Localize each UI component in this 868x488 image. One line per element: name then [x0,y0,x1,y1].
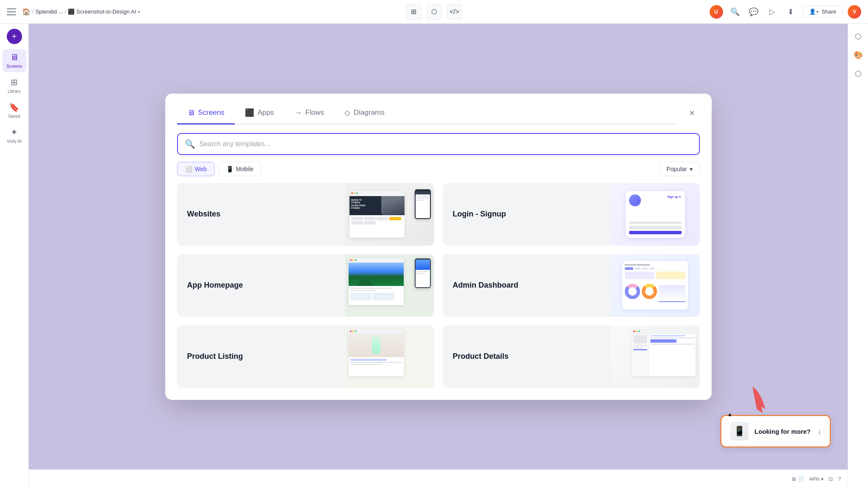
template-preview-product-listing [345,325,434,388]
user-avatar[interactable]: V [848,5,861,19]
breadcrumb-project-name[interactable]: Screenshot-to-Design AI [76,8,136,15]
tab-diagrams[interactable]: ◇ Diagrams [334,102,395,125]
tab-screens-icon: 🖥 [187,108,195,117]
project-icon: ⬛ [68,8,75,15]
visily-ai-icon: ✦ [11,127,18,137]
tab-list: 🖥 Screens ⬛ Apps → Flows ◇ Diagrams [177,102,678,125]
left-sidebar: + 🖥 Screens ⊞ Library 🔖 Saved ✦ Visily A… [0,24,29,488]
sparkle-icon: ✦ [727,412,732,419]
template-preview-websites: SHARE TOOTHERS,LEARN FROMOTHERS - [345,183,434,246]
library-label: Library [8,89,21,94]
modal-close-button[interactable]: × [685,105,700,121]
share-icon: 👤+ [809,8,819,15]
template-preview-app-homepage [345,254,434,317]
fit-screen-btn[interactable]: ⊡ [829,476,833,482]
breadcrumb-project: ⬛ Screenshot-to-Design AI ▾ [68,8,140,15]
tab-flows[interactable]: → Flows [284,103,334,125]
breadcrumb-chevron[interactable]: ▾ [138,9,140,15]
right-sidebar-color[interactable]: 🎨 [851,47,866,63]
right-sidebar: ⬡ 🎨 ⬡ [848,24,868,488]
zoom-level[interactable]: 44% ▾ [809,476,824,482]
menu-icon[interactable] [7,6,19,18]
visily-ai-label: Visily AI [7,139,22,144]
template-modal: 🖥 Screens ⬛ Apps → Flows ◇ Diagrams [165,94,712,400]
tab-flows-icon: → [294,108,302,117]
breadcrumb: 🏠 / Splendid ... / ⬛ Screenshot-to-Desig… [22,8,140,16]
web-filter-icon: ⬜ [185,166,192,172]
template-card-admin-dashboard[interactable]: Admin Dashboard Financial Dashboard [443,254,700,317]
tab-diagrams-icon: ◇ [344,108,350,117]
share-label: Share [821,8,836,15]
download-icon[interactable]: ⬇ [784,5,798,19]
add-screen-button[interactable]: + [7,29,22,44]
sort-dropdown[interactable]: Popular ▾ [659,162,699,176]
filter-mobile-button[interactable]: 📱 Mobile [218,162,261,176]
modal-overlay: 🖥 Screens ⬛ Apps → Flows ◇ Diagrams [29,24,848,469]
tab-diagrams-label: Diagrams [354,108,385,117]
search-toolbar-icon[interactable]: 🔍 [728,5,742,19]
play-icon[interactable]: ▷ [765,5,779,19]
avatar: U [710,5,723,19]
code-icon-btn[interactable]: </> [447,4,462,19]
tab-apps[interactable]: ⬛ Apps [235,102,284,125]
tab-screens-label: Screens [198,108,225,117]
right-sidebar-layers[interactable]: ⬡ [851,29,866,44]
looking-for-more-icon: 📱 [730,422,749,441]
tab-screens[interactable]: 🖥 Screens [177,103,235,125]
tab-flows-label: Flows [305,108,324,117]
toolbar-right: U 🔍 💬 ▷ ⬇ 👤+ Share V [462,5,862,19]
breadcrumb-sep2: / [65,8,67,15]
home-icon[interactable]: 🏠 [22,8,31,16]
sort-label: Popular [666,166,687,172]
screens-icon: 🖥 [10,53,19,62]
saved-icon: 🔖 [9,102,19,112]
comment-icon[interactable]: 💬 [747,5,760,19]
template-title-product-details: Product Details [443,352,611,361]
template-card-product-details[interactable]: Product Details [443,325,700,388]
share-button[interactable]: 👤+ Share [803,6,843,18]
sidebar-item-screens[interactable]: 🖥 Screens [3,49,26,72]
layout-icon-btn[interactable]: ⊞ [406,4,422,19]
filter-row: ⬜ Web 📱 Mobile Popular ▾ [165,162,712,183]
filter-web-label: Web [195,166,207,172]
help-btn[interactable]: ? [838,476,841,482]
connect-icon-btn[interactable]: ⬡ [427,4,442,19]
template-title-admin-dashboard: Admin Dashboard [443,281,611,290]
template-preview-product-details [611,325,700,388]
template-title-app-homepage: App Homepage [177,281,345,290]
sort-chevron-icon: ▾ [690,166,693,172]
breadcrumb-sep1: / [32,8,34,15]
grid-icon: ⊞ [792,476,796,482]
page-indicator[interactable]: ⊞ 📄 [792,476,804,482]
tab-apps-icon: ⬛ [245,108,254,117]
template-card-websites[interactable]: Websites SHARE TOOTHERS,LEARN FROMO [177,183,434,246]
template-card-login-signup[interactable]: Login - Signup Sign up ✦ [443,183,700,246]
template-card-product-listing[interactable]: Product Listing [177,325,434,388]
search-section: 🔍 [165,125,712,162]
breadcrumb-splendid[interactable]: Splendid ... [36,8,63,15]
sidebar-item-saved[interactable]: 🔖 Saved [3,99,26,122]
canvas-area: 🖥 Screens ⬛ Apps → Flows ◇ Diagrams [29,24,848,469]
filter-web-button[interactable]: ⬜ Web [177,162,215,176]
zoom-chevron: ▾ [821,476,824,482]
app-homepage-mobile [415,258,431,288]
template-title-product-listing: Product Listing [177,352,345,361]
donut-chart-2 [642,284,657,299]
sidebar-item-visily-ai[interactable]: ✦ Visily AI [3,124,26,147]
mobile-filter-icon: 📱 [226,166,233,172]
right-sidebar-export[interactable]: ⬡ [851,66,866,81]
looking-for-more-label: Looking for more? [754,428,812,435]
template-grid: Websites SHARE TOOTHERS,LEARN FROMO [165,183,712,400]
top-toolbar: 🏠 / Splendid ... / ⬛ Screenshot-to-Desig… [0,0,868,24]
template-card-app-homepage[interactable]: App Homepage [177,254,434,317]
sidebar-item-library[interactable]: ⊞ Library [3,74,26,97]
donut-chart-1 [625,284,640,299]
library-icon: ⊞ [11,77,18,87]
template-title-login-signup: Login - Signup [443,210,611,219]
toolbar-left: 🏠 / Splendid ... / ⬛ Screenshot-to-Desig… [7,6,406,18]
template-preview-admin-dashboard: Financial Dashboard [611,254,700,317]
filter-mobile-label: Mobile [236,166,253,172]
search-input[interactable] [200,140,692,148]
looking-for-more-tooltip[interactable]: 📱 Looking for more? ↓ ✦ [721,415,831,447]
toolbar-center: ⊞ ⬡ </> [406,4,462,19]
